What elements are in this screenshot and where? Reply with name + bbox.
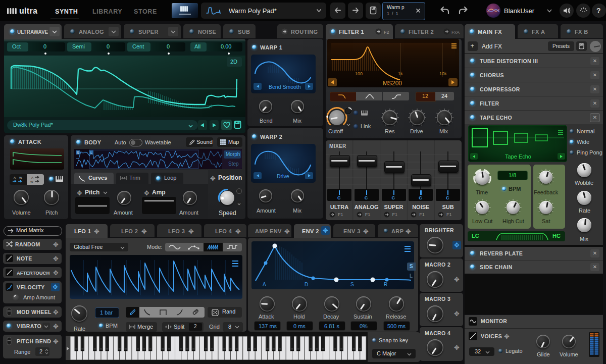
- svg-text:S: S: [350, 282, 354, 287]
- svg-text:R: R: [384, 282, 387, 287]
- svg-text:L: L: [90, 151, 92, 154]
- svg-text:1k: 1k: [398, 71, 403, 76]
- svg-text:100: 100: [355, 71, 363, 76]
- svg-text:A: A: [14, 176, 16, 179]
- svg-text:S: S: [77, 151, 79, 154]
- svg-text:10k: 10k: [439, 71, 447, 76]
- svg-text:W: W: [19, 176, 22, 179]
- svg-text:A: A: [31, 176, 33, 179]
- svg-text:D: D: [305, 282, 308, 287]
- svg-text:W: W: [30, 180, 33, 183]
- svg-text:A: A: [263, 282, 266, 287]
